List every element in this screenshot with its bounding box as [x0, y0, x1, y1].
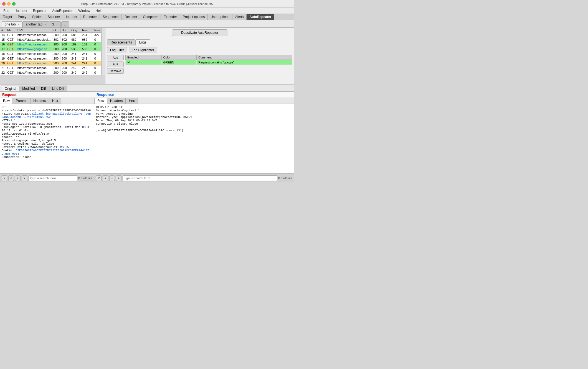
cell-resp-len: 242 — [81, 70, 93, 75]
cell-orig-status: 302 — [52, 37, 60, 42]
diff-tab-original[interactable]: Original — [2, 86, 19, 91]
response-tab-hex[interactable]: Hex — [126, 98, 138, 104]
diff-tab-bar: Original Modified Diff Line Diff — [0, 84, 294, 92]
response-tab-headers[interactable]: Headers — [107, 98, 126, 104]
menu-help[interactable]: Help — [95, 8, 104, 13]
cell-method: GET — [6, 37, 16, 42]
sub-tab-close-three[interactable]: × — [56, 23, 58, 26]
top-pane: # Met... URL Or... Sta... Orig... Resp..… — [0, 28, 294, 84]
rp-tab-replacements[interactable]: Replacements — [107, 39, 136, 45]
tab-autorepeater[interactable]: AutoRepeater — [247, 14, 274, 20]
maximize-button[interactable] — [12, 2, 16, 6]
tab-proxy[interactable]: Proxy — [15, 14, 29, 20]
sub-tab-close-one[interactable]: × — [18, 23, 19, 26]
menu-window[interactable]: Window — [77, 8, 91, 13]
request-panel: Request Raw Params Headers Hex GET /trac… — [0, 92, 94, 182]
add-button[interactable]: Add — [107, 55, 124, 60]
response-tab-raw[interactable]: Raw — [94, 98, 107, 104]
log-row[interactable]: ☑ GREEN Request contains "google" — [126, 60, 292, 65]
filter-row: Log Filter Log Highlighter — [107, 47, 292, 53]
diff-tab-diff[interactable]: Diff — [38, 86, 49, 91]
minimize-button[interactable] — [7, 2, 11, 6]
remove-button[interactable]: Remove — [107, 68, 124, 74]
table-row[interactable]: 17 GET https://www.google.com:443/ads/ga… — [0, 47, 102, 52]
tab-scanner[interactable]: Scanner — [45, 14, 63, 20]
menu-intruder[interactable]: Intruder — [15, 8, 28, 13]
sub-tab-another[interactable]: another tab × — [22, 21, 49, 27]
menu-autorepeater[interactable]: AutoRepeater — [51, 8, 74, 13]
tab-extender[interactable]: Extender — [161, 14, 180, 20]
title-bar: Burp Suite Professional v1.7.33 - Tempor… — [0, 0, 294, 8]
deactivate-button[interactable]: Deactivate AutoRepeater — [172, 29, 227, 36]
tab-project-options[interactable]: Project options — [180, 14, 208, 20]
tab-intruder[interactable]: Intruder — [63, 14, 80, 20]
request-search-bar: ? < + > 0 matches — [0, 173, 94, 182]
request-prev-btn[interactable]: < — [8, 175, 14, 181]
sub-tab-three[interactable]: 3 × — [49, 21, 61, 27]
table-row[interactable]: 16 GET https://metrics.responsetap.com:4… — [0, 42, 102, 47]
cell-resp-len: 242 — [81, 66, 93, 70]
cell-resp-len: 241 — [81, 56, 93, 61]
response-match-count: 0 matches — [278, 176, 292, 180]
tab-sequencer[interactable]: Sequencer — [100, 14, 122, 20]
sub-tab-close-another[interactable]: × — [44, 23, 46, 26]
cell-url: https://metrics.responsetap.com:443/trac… — [16, 52, 52, 56]
rp-tab-logs[interactable]: Logs — [136, 39, 150, 45]
cell-url: https://metrics.responsetap.com:443/trac… — [16, 42, 52, 47]
cell-resp2: 0 — [93, 70, 101, 75]
response-help-btn[interactable]: ? — [96, 175, 102, 181]
request-forward-btn[interactable]: > — [22, 175, 27, 181]
request-tab-headers[interactable]: Headers — [30, 98, 49, 104]
table-row[interactable]: 14 GET https://metrics.responsetap.com:4… — [0, 33, 102, 37]
table-row[interactable]: 21 GET https://metrics.responsetap.com:4… — [0, 66, 102, 70]
request-help-btn[interactable]: ? — [2, 175, 7, 181]
cell-resp2: 0 — [93, 56, 101, 61]
edit-button[interactable]: Edit — [107, 62, 124, 67]
table-row[interactable]: 19 GET https://metrics.responsetap.com:4… — [0, 56, 102, 61]
cell-orig-len: 982 — [70, 37, 81, 42]
table-row[interactable]: 20 GET https://metrics.responsetap.com:4… — [0, 61, 102, 66]
sub-tab-more[interactable]: ... — [61, 21, 69, 27]
tab-spider[interactable]: Spider — [29, 14, 45, 20]
cell-url: https://metrics.responsetap.com:443/trac… — [16, 61, 52, 66]
cell-resp-len: 241 — [81, 52, 93, 56]
log-col-color: Color — [161, 55, 197, 60]
response-inner-tabs: Raw Headers Hex — [94, 98, 294, 104]
tab-target[interactable]: Target — [0, 14, 15, 20]
cell-orig-len: 242 — [70, 70, 81, 75]
menu-burp[interactable]: Burp — [2, 8, 11, 13]
response-content[interactable]: HTTP/1.1 200 OK Server: Apache-Coyote/1.… — [94, 104, 294, 173]
log-comment: Request contains "google" — [197, 60, 292, 65]
response-search-bar: ? < + > 0 matches — [94, 173, 294, 182]
cell-method: GET — [6, 56, 16, 61]
table-scrollbar[interactable] — [101, 28, 105, 75]
response-next-btn[interactable]: + — [109, 175, 115, 181]
request-next-btn[interactable]: + — [15, 175, 21, 181]
request-tab-params[interactable]: Params — [13, 98, 30, 104]
right-panel: Deactivate AutoRepeater Replacements Log… — [105, 28, 294, 84]
request-tab-raw[interactable]: Raw — [0, 98, 13, 104]
close-button[interactable] — [2, 2, 6, 6]
request-inner-tabs: Raw Params Headers Hex — [0, 98, 94, 104]
tab-decoder[interactable]: Decoder — [122, 14, 140, 20]
menu-repeater[interactable]: Repeater — [32, 8, 48, 13]
diff-tab-modified[interactable]: Modified — [19, 86, 38, 91]
request-tab-hex[interactable]: Hex — [49, 98, 61, 104]
sub-tab-one[interactable]: one tab × — [2, 21, 22, 27]
log-highlighter-button[interactable]: Log Highlighter — [129, 47, 157, 53]
diff-tab-line-diff[interactable]: Line Diff — [49, 86, 67, 91]
cell-resp2: 0 — [93, 52, 101, 56]
response-search-input[interactable] — [123, 175, 277, 181]
tab-comparer[interactable]: Comparer — [140, 14, 161, 20]
log-filter-button[interactable]: Log Filter — [107, 47, 127, 53]
response-forward-btn[interactable]: > — [116, 175, 121, 181]
tab-repeater[interactable]: Repeater — [80, 14, 100, 20]
tab-user-options[interactable]: User options — [208, 14, 232, 20]
request-search-input[interactable] — [28, 175, 77, 181]
table-row[interactable]: 22 GET https://metrics.responsetap.com:4… — [0, 70, 102, 75]
tab-alerts[interactable]: Alerts — [232, 14, 247, 20]
request-content[interactable]: GET /track/update;jsessionid=6C5F7B7B712… — [0, 104, 94, 173]
response-prev-btn[interactable]: < — [103, 175, 108, 181]
table-row[interactable]: 15 GET https://stats.g.doubleclick.net:4… — [0, 37, 102, 42]
table-row[interactable]: 18 GET https://metrics.responsetap.com:4… — [0, 52, 102, 56]
